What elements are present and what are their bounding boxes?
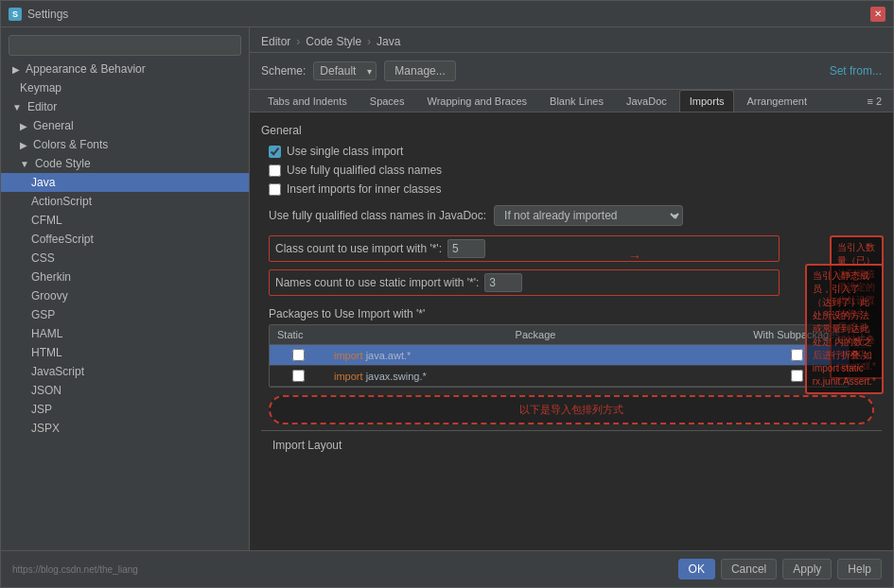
sidebar-item-label: Groovy — [31, 289, 68, 303]
tab-arrangement[interactable]: Arrangement — [736, 90, 817, 112]
scheme-select-wrapper[interactable]: Default — [313, 61, 377, 80]
window-title: Settings — [27, 8, 68, 21]
breadcrumb-code-style: Code Style — [306, 35, 361, 48]
scheme-select[interactable]: Default — [313, 61, 377, 80]
sidebar-item-groovy[interactable]: Groovy — [1, 286, 249, 305]
tab-blank-lines[interactable]: Blank Lines — [539, 90, 614, 112]
row2-static-checkbox[interactable] — [292, 370, 305, 382]
sidebar-item-colors-fonts[interactable]: ▶ Colors & Fonts — [1, 135, 249, 154]
bottom-bar: https://blog.csdn.net/the_liang OK Cance… — [1, 550, 893, 587]
table-row[interactable]: import javax.swing.* — [270, 366, 849, 387]
sidebar-item-coffeescript[interactable]: CoffeeScript — [1, 230, 249, 249]
ok-button[interactable]: OK — [678, 559, 715, 579]
sidebar-item-code-style[interactable]: ▼ Code Style — [1, 154, 249, 173]
sidebar-item-label: ActionScript — [31, 195, 92, 208]
help-button[interactable]: Help — [837, 559, 882, 579]
sidebar-item-label: General — [33, 119, 74, 132]
annotation-box-2: 当引入静态成员，引入了（达到了）此处所设的方法或常量到达此处定 内的数之后进行折… — [805, 264, 884, 394]
class-count-label: Class count to use import with '*': — [275, 242, 442, 255]
sidebar-item-label: HTML — [31, 346, 62, 359]
arrow-annotation: → — [628, 249, 641, 264]
settings-window: S Settings ✕ ▶ Appearance & Behavior Key… — [0, 0, 894, 588]
javadoc-label: Use fully qualified class names in JavaD… — [269, 209, 486, 222]
javadoc-select-wrapper[interactable]: If not already imported — [494, 205, 683, 226]
sidebar-item-keymap[interactable]: Keymap — [1, 78, 249, 97]
breadcrumb-java: Java — [377, 35, 400, 48]
arrow-icon: ▶ — [20, 121, 27, 131]
row2-subpackages-checkbox[interactable] — [791, 370, 803, 382]
close-button[interactable]: ✕ — [870, 7, 885, 22]
fully-qualified-row: Use fully qualified class names — [261, 164, 882, 177]
title-bar-left: S Settings — [9, 8, 68, 21]
set-from-link[interactable]: Set from... — [830, 64, 882, 78]
sidebar-item-gsp[interactable]: GSP — [1, 305, 249, 324]
breadcrumb-editor: Editor — [261, 35, 290, 48]
packages-table: Static Package With Subpackages import j… — [269, 324, 850, 388]
fully-qualified-checkbox[interactable] — [269, 164, 281, 177]
javadoc-row: Use fully qualified class names in JavaD… — [269, 205, 874, 226]
sidebar-item-gherkin[interactable]: Gherkin — [1, 268, 249, 286]
sidebar-item-label: Code Style — [35, 157, 91, 170]
header-package: Package — [326, 325, 745, 344]
imports-panel: General Use single class import Use full… — [250, 112, 893, 550]
cancel-button[interactable]: Cancel — [721, 559, 777, 579]
arrow-icon: ▶ — [12, 64, 20, 75]
sidebar-item-haml[interactable]: HAML — [1, 324, 249, 343]
class-count-row: Class count to use import with '*': — [269, 235, 780, 262]
packages-section: Packages to Use Import with '*' Static P… — [269, 307, 874, 388]
search-input[interactable] — [9, 35, 241, 56]
arrow-icon: ▼ — [20, 159, 29, 169]
table-row[interactable]: import java.awt.* — [270, 345, 849, 366]
sidebar-item-label: Gherkin — [31, 270, 71, 284]
tab-spaces[interactable]: Spaces — [359, 90, 415, 112]
sidebar-item-label: Appearance & Behavior — [26, 62, 146, 76]
class-count-input[interactable] — [447, 239, 485, 258]
sidebar-item-actionscript[interactable]: ActionScript — [1, 192, 249, 211]
sidebar-item-label: JSON — [31, 384, 61, 397]
sidebar-item-label: Keymap — [20, 81, 61, 95]
sidebar-item-appearance[interactable]: ▶ Appearance & Behavior — [1, 60, 249, 78]
sidebar-item-jsp[interactable]: JSP — [1, 400, 249, 419]
row1-subpackages-checkbox[interactable] — [791, 349, 803, 361]
single-class-checkbox[interactable] — [269, 146, 281, 158]
manage-button[interactable]: Manage... — [384, 61, 455, 81]
sidebar-item-label: GSP — [31, 308, 55, 321]
tabs-bar: Tabs and Indents Spaces Wrapping and Bra… — [250, 90, 893, 112]
sidebar-item-label: Java — [31, 176, 55, 189]
sidebar-item-java[interactable]: Java — [1, 173, 249, 192]
javadoc-select[interactable]: If not already imported — [494, 205, 683, 226]
single-class-label: Use single class import — [287, 145, 403, 158]
inner-classes-checkbox[interactable] — [269, 183, 281, 196]
sidebar-item-label: HAML — [31, 327, 62, 340]
scheme-row: Scheme: Default Manage... Set from... — [250, 53, 893, 90]
packages-table-container: Static Package With Subpackages import j… — [269, 324, 874, 388]
tab-javadoc[interactable]: JavaDoc — [616, 90, 677, 112]
sidebar: ▶ Appearance & Behavior Keymap ▼ Editor … — [1, 27, 250, 550]
tab-wrapping-braces[interactable]: Wrapping and Braces — [417, 90, 538, 112]
arrow-icon: ▶ — [20, 140, 27, 150]
sidebar-item-general[interactable]: ▶ General — [1, 116, 249, 135]
sidebar-item-jspx[interactable]: JSPX — [1, 419, 249, 438]
inner-classes-row: Insert imports for inner classes — [261, 182, 882, 196]
sidebar-item-css[interactable]: CSS — [1, 249, 249, 268]
row1-package: import java.awt.* — [326, 345, 745, 365]
apply-button[interactable]: Apply — [782, 559, 832, 579]
tab-imports[interactable]: Imports — [679, 90, 735, 112]
table-header: Static Package With Subpackages — [270, 325, 849, 345]
sidebar-item-html[interactable]: HTML — [1, 343, 249, 362]
sidebar-item-cfml[interactable]: CFML — [1, 211, 249, 230]
scheme-label: Scheme: — [261, 64, 306, 78]
sidebar-item-json[interactable]: JSON — [1, 381, 249, 400]
row1-static-checkbox[interactable] — [292, 349, 305, 361]
names-count-label: Names count to use static import with '*… — [275, 276, 479, 289]
sidebar-item-label: JSP — [31, 403, 52, 416]
tab-settings-icon[interactable]: ≡ 2 — [863, 91, 885, 112]
names-count-input[interactable] — [484, 273, 522, 292]
tab-tabs-indents[interactable]: Tabs and Indents — [257, 90, 358, 112]
sidebar-item-javascript[interactable]: JavaScript — [1, 362, 249, 381]
packages-label: Packages to Use Import with '*' — [269, 307, 874, 320]
sidebar-item-editor[interactable]: ▼ Editor — [1, 97, 249, 116]
sidebar-item-label: Colors & Fonts — [33, 138, 108, 151]
row2-package: import javax.swing.* — [326, 366, 745, 386]
breadcrumb-bar: Editor › Code Style › Java — [250, 27, 893, 53]
